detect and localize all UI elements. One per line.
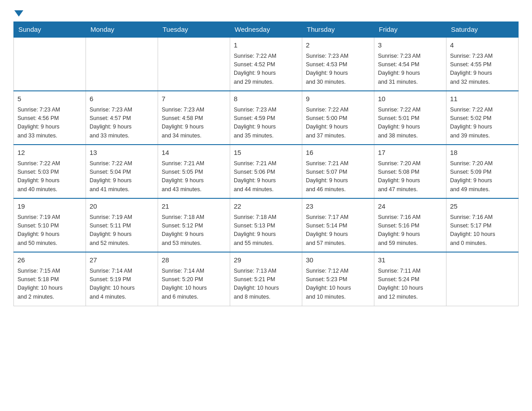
day-info: Sunrise: 7:22 AMSunset: 5:01 PMDaylight:…	[378, 106, 442, 141]
day-number: 18	[450, 148, 515, 158]
calendar-cell: 21Sunrise: 7:18 AMSunset: 5:12 PMDayligh…	[158, 198, 230, 252]
calendar-cell: 12Sunrise: 7:22 AMSunset: 5:03 PMDayligh…	[14, 145, 86, 198]
calendar-cell: 4Sunrise: 7:23 AMSunset: 4:55 PMDaylight…	[446, 37, 519, 91]
calendar-cell: 28Sunrise: 7:14 AMSunset: 5:20 PMDayligh…	[158, 252, 230, 306]
col-header-friday: Friday	[374, 22, 446, 38]
calendar-cell	[14, 37, 86, 91]
day-number: 17	[378, 148, 442, 158]
day-info: Sunrise: 7:19 AMSunset: 5:10 PMDaylight:…	[17, 213, 82, 248]
day-number: 9	[306, 94, 370, 104]
calendar-cell: 18Sunrise: 7:20 AMSunset: 5:09 PMDayligh…	[446, 145, 519, 198]
calendar-cell: 16Sunrise: 7:21 AMSunset: 5:07 PMDayligh…	[302, 145, 374, 198]
day-info: Sunrise: 7:20 AMSunset: 5:09 PMDaylight:…	[450, 159, 515, 194]
col-header-wednesday: Wednesday	[230, 22, 302, 38]
day-number: 21	[162, 201, 226, 212]
calendar-cell	[446, 252, 519, 306]
day-info: Sunrise: 7:21 AMSunset: 5:06 PMDaylight:…	[234, 159, 298, 194]
day-info: Sunrise: 7:16 AMSunset: 5:17 PMDaylight:…	[450, 213, 515, 248]
day-number: 29	[234, 255, 298, 265]
day-info: Sunrise: 7:23 AMSunset: 4:58 PMDaylight:…	[162, 106, 226, 141]
calendar-cell: 27Sunrise: 7:14 AMSunset: 5:19 PMDayligh…	[86, 252, 158, 306]
day-number: 1	[234, 40, 298, 51]
day-number: 19	[17, 201, 82, 212]
day-number: 7	[162, 94, 226, 104]
calendar-cell: 2Sunrise: 7:23 AMSunset: 4:53 PMDaylight…	[302, 37, 374, 91]
calendar-cell	[158, 37, 230, 91]
day-number: 4	[450, 40, 515, 51]
calendar-cell: 24Sunrise: 7:16 AMSunset: 5:16 PMDayligh…	[374, 198, 446, 252]
col-header-monday: Monday	[86, 22, 158, 38]
calendar-cell: 15Sunrise: 7:21 AMSunset: 5:06 PMDayligh…	[230, 145, 302, 198]
day-info: Sunrise: 7:19 AMSunset: 5:11 PMDaylight:…	[90, 213, 154, 248]
calendar-cell: 7Sunrise: 7:23 AMSunset: 4:58 PMDaylight…	[158, 91, 230, 145]
calendar-cell: 23Sunrise: 7:17 AMSunset: 5:14 PMDayligh…	[302, 198, 374, 252]
col-header-tuesday: Tuesday	[158, 22, 230, 38]
calendar-cell: 9Sunrise: 7:22 AMSunset: 5:00 PMDaylight…	[302, 91, 374, 145]
day-info: Sunrise: 7:13 AMSunset: 5:21 PMDaylight:…	[234, 267, 298, 302]
day-info: Sunrise: 7:20 AMSunset: 5:08 PMDaylight:…	[378, 159, 442, 194]
calendar-cell: 13Sunrise: 7:22 AMSunset: 5:04 PMDayligh…	[86, 145, 158, 198]
day-number: 26	[17, 255, 82, 265]
day-number: 11	[450, 94, 515, 104]
day-number: 31	[378, 255, 442, 265]
day-info: Sunrise: 7:11 AMSunset: 5:24 PMDaylight:…	[378, 267, 442, 302]
calendar-cell: 30Sunrise: 7:12 AMSunset: 5:23 PMDayligh…	[302, 252, 374, 306]
day-info: Sunrise: 7:22 AMSunset: 4:52 PMDaylight:…	[234, 52, 298, 87]
calendar-cell: 19Sunrise: 7:19 AMSunset: 5:10 PMDayligh…	[14, 198, 86, 252]
day-number: 23	[306, 201, 370, 212]
day-number: 2	[306, 40, 370, 51]
day-number: 20	[90, 201, 154, 212]
day-number: 30	[306, 255, 370, 265]
calendar-table: SundayMondayTuesdayWednesdayThursdayFrid…	[13, 21, 519, 306]
calendar-cell: 3Sunrise: 7:23 AMSunset: 4:54 PMDaylight…	[374, 37, 446, 91]
day-info: Sunrise: 7:23 AMSunset: 4:57 PMDaylight:…	[90, 106, 154, 141]
calendar-cell: 17Sunrise: 7:20 AMSunset: 5:08 PMDayligh…	[374, 145, 446, 198]
week-row-2: 5Sunrise: 7:23 AMSunset: 4:56 PMDaylight…	[14, 91, 519, 145]
day-number: 5	[17, 94, 82, 104]
week-row-1: 1Sunrise: 7:22 AMSunset: 4:52 PMDaylight…	[14, 37, 519, 91]
calendar-cell: 6Sunrise: 7:23 AMSunset: 4:57 PMDaylight…	[86, 91, 158, 145]
day-info: Sunrise: 7:16 AMSunset: 5:16 PMDaylight:…	[378, 213, 442, 248]
day-number: 22	[234, 201, 298, 212]
day-info: Sunrise: 7:18 AMSunset: 5:12 PMDaylight:…	[162, 213, 226, 248]
calendar-cell: 1Sunrise: 7:22 AMSunset: 4:52 PMDaylight…	[230, 37, 302, 91]
day-number: 16	[306, 148, 370, 158]
day-info: Sunrise: 7:23 AMSunset: 4:55 PMDaylight:…	[450, 52, 515, 87]
day-info: Sunrise: 7:23 AMSunset: 4:59 PMDaylight:…	[234, 106, 298, 141]
day-info: Sunrise: 7:14 AMSunset: 5:19 PMDaylight:…	[90, 267, 154, 302]
calendar-cell: 31Sunrise: 7:11 AMSunset: 5:24 PMDayligh…	[374, 252, 446, 306]
calendar-cell: 25Sunrise: 7:16 AMSunset: 5:17 PMDayligh…	[446, 198, 519, 252]
day-number: 15	[234, 148, 298, 158]
col-header-thursday: Thursday	[302, 22, 374, 38]
day-info: Sunrise: 7:22 AMSunset: 5:02 PMDaylight:…	[450, 106, 515, 141]
day-number: 28	[162, 255, 226, 265]
calendar-cell: 29Sunrise: 7:13 AMSunset: 5:21 PMDayligh…	[230, 252, 302, 306]
logo-arrow-icon	[14, 10, 23, 17]
week-row-3: 12Sunrise: 7:22 AMSunset: 5:03 PMDayligh…	[14, 145, 519, 198]
day-info: Sunrise: 7:22 AMSunset: 5:00 PMDaylight:…	[306, 106, 370, 141]
week-row-5: 26Sunrise: 7:15 AMSunset: 5:18 PMDayligh…	[14, 252, 519, 306]
page-header	[13, 9, 519, 13]
day-info: Sunrise: 7:22 AMSunset: 5:03 PMDaylight:…	[17, 159, 82, 194]
day-number: 13	[90, 148, 154, 158]
day-info: Sunrise: 7:21 AMSunset: 5:07 PMDaylight:…	[306, 159, 370, 194]
calendar-cell: 8Sunrise: 7:23 AMSunset: 4:59 PMDaylight…	[230, 91, 302, 145]
day-number: 12	[17, 148, 82, 158]
day-number: 10	[378, 94, 442, 104]
col-header-sunday: Sunday	[14, 22, 86, 38]
day-number: 3	[378, 40, 442, 51]
day-info: Sunrise: 7:23 AMSunset: 4:54 PMDaylight:…	[378, 52, 442, 87]
calendar-header-row: SundayMondayTuesdayWednesdayThursdayFrid…	[14, 22, 519, 38]
calendar-cell: 20Sunrise: 7:19 AMSunset: 5:11 PMDayligh…	[86, 198, 158, 252]
day-info: Sunrise: 7:21 AMSunset: 5:05 PMDaylight:…	[162, 159, 226, 194]
day-info: Sunrise: 7:18 AMSunset: 5:13 PMDaylight:…	[234, 213, 298, 248]
day-info: Sunrise: 7:23 AMSunset: 4:56 PMDaylight:…	[17, 106, 82, 141]
calendar-cell	[86, 37, 158, 91]
calendar-cell: 22Sunrise: 7:18 AMSunset: 5:13 PMDayligh…	[230, 198, 302, 252]
day-info: Sunrise: 7:22 AMSunset: 5:04 PMDaylight:…	[90, 159, 154, 194]
calendar-cell: 14Sunrise: 7:21 AMSunset: 5:05 PMDayligh…	[158, 145, 230, 198]
day-number: 27	[90, 255, 154, 265]
day-info: Sunrise: 7:23 AMSunset: 4:53 PMDaylight:…	[306, 52, 370, 87]
day-info: Sunrise: 7:12 AMSunset: 5:23 PMDaylight:…	[306, 267, 370, 302]
logo	[13, 9, 24, 13]
